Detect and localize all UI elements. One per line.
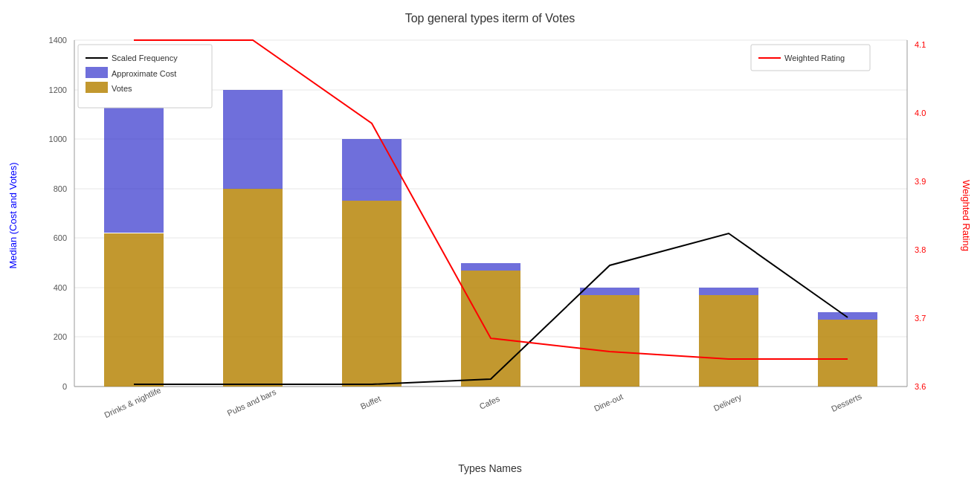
svg-text:4.0: 4.0 <box>915 109 926 117</box>
svg-text:1000: 1000 <box>49 135 67 143</box>
svg-text:3.9: 3.9 <box>915 177 926 186</box>
cost-bar-7 <box>818 312 877 320</box>
svg-text:200: 200 <box>54 332 67 341</box>
legend-scaled-freq: Scaled Frequency <box>112 54 178 62</box>
x-axis-label: Types Names <box>458 462 522 474</box>
cost-bar-2 <box>223 90 283 189</box>
y-right-label: Weighted Rating <box>961 180 972 251</box>
svg-text:3.6: 3.6 <box>915 382 926 391</box>
svg-text:1400: 1400 <box>49 36 67 45</box>
chart-title: Top general types iterm of Votes <box>405 12 576 25</box>
svg-rect-28 <box>86 67 108 78</box>
cost-bar-5 <box>580 288 639 295</box>
votes-bar-5 <box>580 295 639 387</box>
votes-bar-3 <box>342 201 402 387</box>
y-left-label: Median (Cost and Votes) <box>7 162 19 268</box>
svg-text:800: 800 <box>54 184 67 193</box>
chart-container: Top general types iterm of Votes 0 200 4… <box>0 0 980 501</box>
legend-approx-cost: Approximate Cost <box>112 69 176 78</box>
svg-text:0: 0 <box>62 382 67 391</box>
votes-bar-4 <box>461 271 520 387</box>
svg-text:3.8: 3.8 <box>915 245 926 254</box>
cost-bar-6 <box>699 288 758 295</box>
legend-votes: Votes <box>112 84 132 93</box>
votes-bar-1 <box>104 233 164 387</box>
votes-bar-7 <box>818 320 877 387</box>
legend-weighted-rating: Weighted Rating <box>784 54 845 62</box>
svg-text:3.7: 3.7 <box>915 314 926 323</box>
svg-text:1200: 1200 <box>49 85 67 94</box>
cost-bar-3 <box>342 139 402 201</box>
svg-text:400: 400 <box>54 283 67 292</box>
votes-bar-6 <box>699 295 758 387</box>
cost-bar-4 <box>461 263 520 271</box>
svg-text:600: 600 <box>54 233 67 242</box>
svg-text:4.1: 4.1 <box>915 40 926 49</box>
votes-bar-2 <box>223 189 283 387</box>
svg-rect-29 <box>86 82 108 93</box>
